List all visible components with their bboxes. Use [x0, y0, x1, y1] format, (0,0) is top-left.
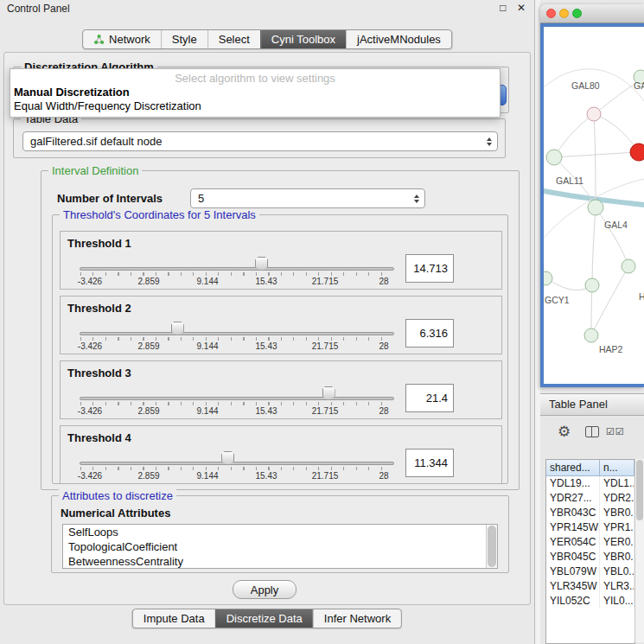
attribute-item[interactable]: SelfLoops: [63, 525, 497, 539]
column-header[interactable]: n...: [600, 460, 634, 476]
table-row[interactable]: YDR27...YDR2...: [546, 491, 634, 506]
threshold-panel-2: Threshold 2-3.4262.8599.14415.4321.71528…: [60, 296, 502, 354]
node-label: GCY1: [545, 295, 570, 305]
scrollbar-thumb[interactable]: [636, 460, 643, 520]
slider-track: [80, 462, 394, 465]
apply-button[interactable]: Apply: [233, 580, 296, 599]
numerical-attributes-label: Numerical Attributes: [61, 507, 170, 520]
combo-stepper-icon[interactable]: [414, 194, 419, 203]
threshold-slider[interactable]: -3.4262.8599.14415.4321.71528: [80, 450, 394, 483]
network-window-titlebar[interactable]: [540, 4, 644, 23]
node-label: GAL4: [604, 220, 628, 230]
table-data-combobox[interactable]: galFiltered.sif default node: [22, 131, 498, 151]
table-header-row: shared...n...: [546, 460, 634, 476]
table-row[interactable]: YPR145WYPR1...: [546, 520, 634, 535]
group-title: Attributes to discretize: [59, 489, 176, 502]
network-node[interactable]: [584, 328, 598, 342]
network-edge[interactable]: [554, 114, 594, 157]
threshold-slider[interactable]: -3.4262.8599.14415.4321.71528: [80, 386, 394, 418]
table-row[interactable]: YBL079WYBL0...: [546, 564, 634, 579]
select-columns-icon[interactable]: ☑☑: [606, 426, 625, 437]
threshold-value[interactable]: 11.344: [405, 449, 454, 477]
minimize-traffic-icon[interactable]: [559, 9, 569, 18]
gear-icon[interactable]: ⚙: [558, 423, 571, 441]
scale-label: 28: [379, 406, 388, 416]
panel-title: Control Panel: [7, 3, 70, 15]
window-buttons: □ ✕: [492, 2, 526, 14]
table-cell: YBL079W: [546, 564, 600, 579]
close-traffic-icon[interactable]: [546, 9, 556, 18]
slider-ticks: [80, 272, 393, 276]
threshold-slider[interactable]: -3.4262.8599.14415.4321.71528: [80, 256, 394, 289]
network-node[interactable]: [630, 143, 644, 161]
tab-label: Impute Data: [143, 609, 205, 628]
columns-icon[interactable]: [585, 426, 599, 437]
table-row[interactable]: YER054CYER0...: [546, 535, 634, 550]
combo-stepper-icon[interactable]: [487, 137, 492, 146]
scale-label: 28: [379, 471, 388, 481]
threshold-slider[interactable]: -3.4262.8599.14415.4321.71528: [80, 321, 394, 354]
scrollbar-thumb[interactable]: [488, 526, 496, 567]
control-panel: Control Panel □ ✕ NetworkStyleSelectCyni…: [0, 0, 535, 644]
combo-value: galFiltered.sif default node: [30, 132, 162, 150]
network-node[interactable]: [622, 259, 635, 273]
table-row[interactable]: YBR045CYBR0...: [546, 550, 634, 564]
threshold-value[interactable]: 6.316: [405, 319, 454, 348]
dropdown-item[interactable]: Equal Width/Frequency Discretization: [10, 99, 500, 113]
table-row[interactable]: YLR345WYLR3...: [546, 579, 634, 594]
float-icon[interactable]: □: [500, 2, 506, 14]
scale-label: 9.144: [196, 406, 218, 416]
table-cell: YPR145W: [546, 520, 600, 535]
close-icon[interactable]: ✕: [517, 2, 526, 14]
attributes-list[interactable]: SelfLoopsTopologicalCoefficientBetweenne…: [62, 524, 498, 569]
table-scrollbar[interactable]: [634, 459, 644, 642]
tab-style[interactable]: Style: [161, 30, 207, 48]
network-node[interactable]: [587, 107, 601, 121]
tab-label: Infer Network: [324, 609, 391, 628]
network-canvas[interactable]: GAL80GAGAL11GAL4GCY1HHAP2: [544, 27, 644, 384]
table-row[interactable]: YBR043CYBR0...: [546, 506, 634, 520]
network-edge[interactable]: [592, 207, 596, 285]
scale-label: 9.144: [196, 471, 218, 481]
tab-label: Network: [109, 30, 150, 48]
zoom-traffic-icon[interactable]: [572, 9, 582, 18]
threshold-value[interactable]: 14.713: [405, 254, 454, 283]
attribute-item[interactable]: BetweennessCentrality: [63, 554, 497, 569]
column-header[interactable]: shared...: [546, 460, 600, 476]
scale-label: 2.859: [137, 471, 159, 481]
slider-ticks: [80, 402, 393, 405]
network-node[interactable]: [585, 278, 599, 292]
network-node[interactable]: [544, 271, 552, 285]
scale-label: 21.715: [312, 341, 339, 351]
scale-label: 9.144: [196, 341, 218, 351]
screen: Control Panel □ ✕ NetworkStyleSelectCyni…: [0, 0, 644, 644]
scale-label: 2.859: [137, 341, 159, 351]
table-row[interactable]: YIL052CYIL0...: [546, 594, 634, 609]
tab-cyni-toolbox[interactable]: Cyni Toolbox: [260, 30, 346, 48]
network-edge[interactable]: [594, 114, 596, 207]
network-edge[interactable]: [554, 152, 639, 157]
tab-label: Select: [219, 30, 250, 48]
tab-jactivemnodules[interactable]: jActiveMNodules: [346, 30, 451, 48]
slider-scale: -3.4262.8599.14415.4321.71528: [90, 471, 384, 481]
list-scrollbar[interactable]: [486, 525, 497, 568]
threshold-value[interactable]: 21.4: [405, 384, 454, 412]
tab-infer-network[interactable]: Infer Network: [313, 609, 401, 628]
network-edge[interactable]: [591, 266, 628, 335]
network-edge[interactable]: [591, 285, 592, 335]
top-tabbar: NetworkStyleSelectCyni ToolboxjActiveMNo…: [82, 29, 452, 49]
num-intervals-combobox[interactable]: 5: [190, 188, 425, 208]
scale-label: 2.859: [137, 406, 159, 416]
tab-select[interactable]: Select: [207, 30, 260, 48]
scale-label: -3.426: [78, 471, 102, 481]
network-node[interactable]: [588, 200, 603, 215]
tab-label: Cyni Toolbox: [271, 30, 335, 48]
tab-network[interactable]: Network: [83, 30, 161, 48]
table-row[interactable]: YDL19...YDL1...: [546, 476, 634, 491]
dropdown-item[interactable]: Manual Discretization: [10, 86, 500, 99]
network-node[interactable]: [546, 150, 562, 165]
attribute-item[interactable]: TopologicalCoefficient: [63, 539, 497, 554]
tab-discretize-data[interactable]: Discretize Data: [215, 609, 313, 628]
network-edge[interactable]: [596, 207, 628, 266]
tab-impute-data[interactable]: Impute Data: [133, 609, 215, 628]
